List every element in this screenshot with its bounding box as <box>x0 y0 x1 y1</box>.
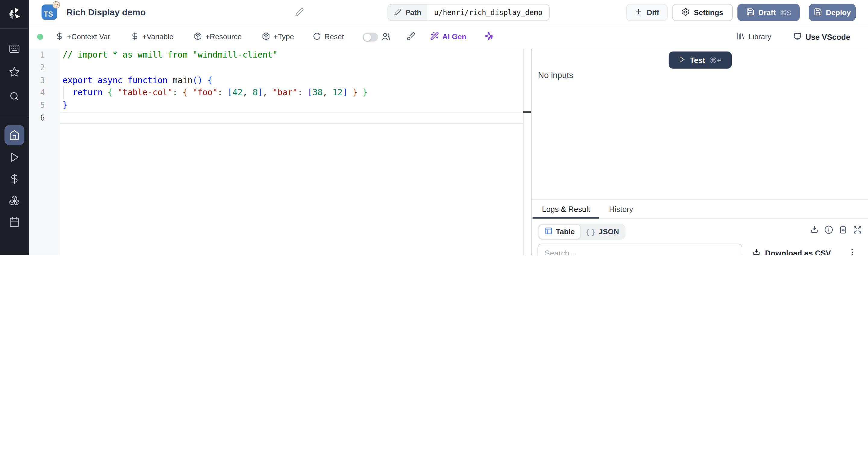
multiplayer-toggle[interactable] <box>363 33 378 41</box>
sidebar-item-home-active[interactable] <box>4 125 24 145</box>
wand-icon <box>430 32 439 42</box>
home-icon <box>9 130 20 141</box>
save-icon <box>746 7 755 18</box>
pencil-icon <box>394 8 401 17</box>
add-type-button[interactable]: +Type <box>262 25 294 49</box>
view-option-table[interactable]: Table <box>538 224 581 239</box>
rotate-icon <box>313 32 321 42</box>
sidebar-divider <box>0 116 29 116</box>
view-option-json[interactable]: { } JSON <box>581 225 624 239</box>
json-icon: { } <box>587 228 595 236</box>
keyboard-icon <box>9 46 20 56</box>
code-line[interactable]: 3export async function main() { <box>29 74 532 87</box>
sidebar-item-favorites[interactable] <box>9 66 20 77</box>
code-line[interactable]: 2 <box>29 61 532 74</box>
add-context-var-button[interactable]: +Context Var <box>56 25 110 49</box>
package-icon <box>262 32 270 42</box>
overview-ruler <box>523 49 524 255</box>
diff-button[interactable]: Diff <box>626 4 668 21</box>
play-icon <box>9 155 20 164</box>
ai-sparkles-button[interactable] <box>484 25 493 49</box>
calendar-icon <box>9 220 20 229</box>
package-icon <box>194 32 202 42</box>
clipboard-copy-icon[interactable] <box>839 225 847 237</box>
sidebar-divider <box>0 28 29 29</box>
table-icon <box>545 227 553 236</box>
dollar-icon <box>56 32 64 42</box>
deploy-button[interactable]: Deploy <box>809 4 856 21</box>
gear-icon <box>682 7 690 18</box>
line-number: 3 <box>29 76 60 84</box>
draft-button[interactable]: Draft ⌘S <box>738 4 800 21</box>
expand-icon[interactable] <box>853 225 862 237</box>
page-title: Rich Display demo <box>66 0 146 25</box>
library-icon <box>736 32 745 42</box>
line-number: 2 <box>29 63 60 72</box>
info-icon[interactable] <box>824 225 833 237</box>
download-icon[interactable] <box>810 225 818 237</box>
no-inputs-label: No inputs <box>538 70 573 80</box>
search-input[interactable] <box>537 244 742 255</box>
code-line[interactable]: 6 <box>29 112 532 124</box>
edit-summary-pencil-icon[interactable] <box>295 8 304 17</box>
tab-history[interactable]: History <box>599 200 642 218</box>
tab-logs-result[interactable]: Logs & Result <box>532 200 600 218</box>
format-brush-button[interactable] <box>406 25 415 49</box>
path-label: Path <box>388 4 428 21</box>
sidebar-item-apps[interactable] <box>9 43 20 54</box>
library-button[interactable]: Library <box>736 25 771 49</box>
line-number: 4 <box>29 88 60 97</box>
save-icon <box>814 7 822 18</box>
path-field[interactable]: Path u/henri/rich_display_demo <box>388 4 550 21</box>
sidebar-item-variables[interactable] <box>9 173 20 184</box>
topbar: TS Rich Display demo Path u/henri/rich_d… <box>29 0 868 25</box>
download-csv-button[interactable]: Download as CSV <box>752 244 831 255</box>
windmill-logo[interactable] <box>7 7 22 21</box>
result-action-icons <box>810 225 862 237</box>
sparkles-icon <box>484 32 493 42</box>
run-panel: Test ⌘↵ No inputs Logs & Result History … <box>532 49 868 255</box>
settings-button[interactable]: Settings <box>672 4 733 21</box>
dollar-icon <box>130 32 139 42</box>
multiplayer-users-button[interactable] <box>381 25 391 49</box>
line-number: 5 <box>29 101 60 110</box>
download-icon <box>752 248 761 255</box>
brush-icon <box>406 32 415 42</box>
app-window: TS Rich Display demo Path u/henri/rich_d… <box>0 0 868 255</box>
star-icon <box>9 70 20 79</box>
draft-shortcut: ⌘S <box>780 8 791 17</box>
result-tabs: Logs & Result History <box>532 199 868 219</box>
code-lines: 1// import * as wmill from "windmill-cli… <box>29 49 532 124</box>
test-button[interactable]: Test ⌘↵ <box>669 52 732 69</box>
toggle-knob <box>364 33 371 41</box>
panel-divider[interactable] <box>531 49 532 255</box>
code-line[interactable]: 1// import * as wmill from "windmill-cli… <box>29 49 532 61</box>
ai-gen-button[interactable]: AI Gen <box>430 25 466 49</box>
use-vscode-button[interactable]: Use VScode <box>793 25 850 49</box>
search-icon <box>9 94 20 103</box>
sidebar-item-resources[interactable] <box>9 195 20 206</box>
code-line[interactable]: 5} <box>29 99 532 112</box>
editor-toolbar: +Context Var +Variable +Resource +Type R… <box>29 25 868 50</box>
add-variable-button[interactable]: +Variable <box>130 25 173 49</box>
code-editor[interactable]: 1// import * as wmill from "windmill-cli… <box>29 49 532 255</box>
sidebar <box>0 0 29 255</box>
sidebar-item-search[interactable] <box>9 91 20 102</box>
result-view-switcher: Table { } JSON <box>537 224 625 240</box>
status-dot <box>37 34 43 40</box>
path-value: u/henri/rich_display_demo <box>427 4 549 21</box>
cursor-position-marker <box>523 111 531 113</box>
dollar-icon <box>9 177 20 186</box>
line-number: 6 <box>29 113 60 122</box>
table-menu-kebab[interactable] <box>845 244 859 255</box>
code-line[interactable]: 4 return { "table-col": { "foo": [42, 8]… <box>29 87 532 99</box>
reset-button[interactable]: Reset <box>313 25 344 49</box>
vscode-icon <box>793 31 802 42</box>
users-icon <box>381 31 391 42</box>
line-number: 1 <box>29 51 60 59</box>
play-icon <box>678 56 685 64</box>
sidebar-item-schedules[interactable] <box>9 216 20 227</box>
add-resource-button[interactable]: +Resource <box>194 25 242 49</box>
sidebar-item-runs[interactable] <box>9 152 20 163</box>
baby-emoji-icon <box>52 0 61 9</box>
